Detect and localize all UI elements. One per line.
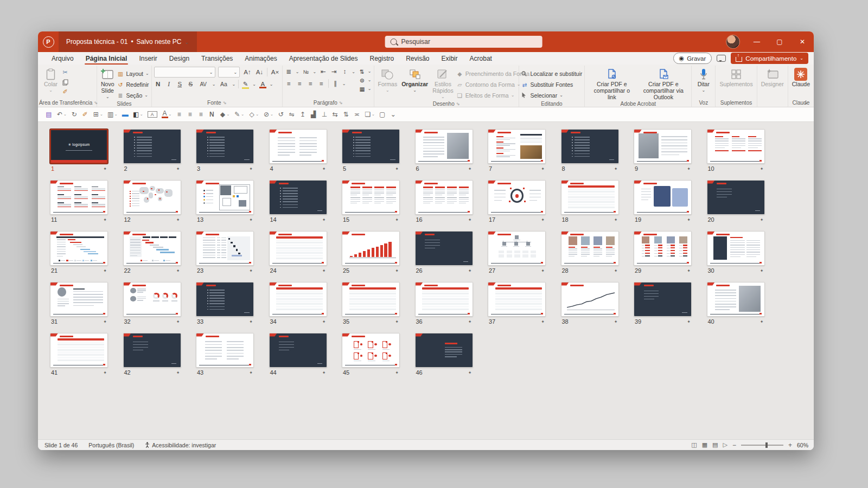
slide-thumbnail[interactable] [123, 231, 181, 266]
tab-registro[interactable]: Registro [363, 52, 400, 65]
merge-shapes-icon[interactable]: ⊘⌄ [262, 111, 275, 118]
layout-icon[interactable]: ▥⌄ [106, 111, 119, 118]
line-spacing-icon[interactable]: ↕ [341, 68, 349, 75]
slide-sorter-view-button[interactable]: ▦ [702, 441, 707, 448]
copy-icon[interactable] [60, 78, 70, 87]
dialog-launcher-icon[interactable]: ⇘ [223, 100, 227, 105]
font-color-icon[interactable]: A⌄ [161, 111, 173, 118]
slide-thumbnail[interactable] [707, 129, 765, 164]
slide-thumbnail[interactable] [634, 129, 692, 164]
align-left-icon[interactable]: ≡ [175, 111, 183, 118]
section-button[interactable]: ≣Seção⌄ [117, 90, 149, 100]
align-center-icon[interactable]: ≡ [296, 80, 304, 87]
addins-button[interactable]: Suplementos [718, 66, 754, 88]
cut-icon[interactable]: ✂ [60, 68, 70, 77]
slide-thumbnail[interactable] [707, 231, 765, 266]
create-pdf-outlook-button[interactable]: Criar PDF e compartilhar via Outlook [637, 66, 689, 100]
arrange-button[interactable]: Organizar ⌄ [400, 66, 430, 93]
slide-thumbnail[interactable] [561, 129, 619, 164]
align-bottom-icon[interactable]: ⊥ [320, 111, 329, 118]
change-case-button[interactable]: Aa [218, 81, 229, 87]
slide-thumbnail[interactable] [123, 333, 181, 368]
slide-thumbnail[interactable] [196, 333, 254, 368]
tab-inserir[interactable]: Inserir [133, 52, 163, 65]
shape-effects-icon[interactable]: ❏⌄ [363, 111, 376, 118]
slide-thumbnail[interactable] [342, 231, 400, 266]
slide-thumbnail[interactable] [488, 231, 546, 266]
slide-thumbnail[interactable] [269, 333, 327, 368]
convert-smartart-button[interactable]: ▦⌄ [359, 85, 372, 93]
slideshow-button[interactable]: ▷ [723, 441, 727, 448]
bring-forward-icon[interactable]: ↥ [298, 111, 307, 118]
shrink-font-icon[interactable]: A↓ [255, 69, 265, 75]
claude-button[interactable]: Claude [790, 66, 812, 88]
numbering-button[interactable]: № [302, 69, 310, 75]
select-button[interactable]: Selecionar⌄ [521, 90, 583, 100]
slide-thumbnail[interactable] [50, 333, 108, 368]
paste-button[interactable]: Colar ⌄ [42, 66, 59, 93]
dialog-launcher-icon[interactable]: ⇘ [339, 100, 343, 105]
user-avatar[interactable] [726, 35, 740, 49]
align-right-icon[interactable]: ≡ [307, 80, 315, 87]
slide-thumbnail[interactable]: ✳ logoipsum [50, 129, 108, 164]
grow-font-icon[interactable]: A↑ [242, 69, 252, 75]
tab-design[interactable]: Design [163, 52, 195, 65]
indent-increase-icon[interactable]: ⇥ [330, 68, 338, 75]
underline-button[interactable]: S [176, 81, 184, 87]
italic-button[interactable]: I [165, 81, 173, 87]
layout-button[interactable]: ▥Layout⌄ [117, 68, 149, 79]
slide-thumbnail[interactable] [415, 180, 473, 215]
slide-size-icon[interactable]: ▬ [121, 111, 130, 118]
align-text-button[interactable]: ⊜⌄ [359, 76, 372, 84]
justify-icon[interactable]: ≡ [317, 80, 326, 87]
slide-thumbnail[interactable] [634, 231, 692, 266]
zoom-level[interactable]: 60% [797, 442, 808, 448]
bold-icon[interactable]: N [207, 111, 216, 118]
shapes-button[interactable]: Formas ⌄ [376, 66, 399, 93]
redo-icon[interactable]: ↻ [70, 111, 79, 118]
designer-button[interactable]: Designer [760, 66, 786, 88]
slide-thumbnail[interactable] [342, 180, 400, 215]
tab-revisao[interactable]: Revisão [400, 52, 435, 65]
slide-thumbnail[interactable] [269, 282, 327, 317]
undo-icon[interactable]: ↶⌄ [55, 111, 68, 118]
slide-thumbnail[interactable] [561, 282, 619, 317]
new-slide-button[interactable]: Novo Slide ⌄ [99, 66, 116, 99]
slide-thumbnail[interactable] [561, 231, 619, 266]
tab-animacoes[interactable]: Animações [239, 52, 283, 65]
highlight-color-button[interactable]: ✎ [241, 80, 250, 88]
distribute-horizontal-icon[interactable]: ⇆ [331, 111, 340, 118]
slide-thumbnail[interactable] [196, 129, 254, 164]
shapes-icon[interactable]: ◇⌄ [247, 111, 260, 118]
new-slide-icon[interactable]: ⊞⌄ [92, 111, 104, 118]
slide-thumbnail[interactable] [415, 282, 473, 317]
slide-thumbnail[interactable] [488, 129, 546, 164]
record-button[interactable]: ◉ Gravar [673, 53, 712, 64]
columns-icon[interactable]: ∥ [331, 80, 340, 87]
font-size-select[interactable]: ⌄ [218, 67, 240, 78]
slide-thumbnail[interactable] [342, 129, 400, 164]
save-icon[interactable]: ▤ [44, 111, 53, 118]
maximize-button[interactable]: ▢ [768, 31, 791, 52]
font-color-button[interactable]: A [259, 81, 267, 87]
text-direction-button[interactable]: ⇅⌄ [359, 67, 372, 75]
minimize-button[interactable]: — [745, 31, 768, 52]
slide-thumbnail[interactable] [123, 282, 181, 317]
slide-thumbnail[interactable] [50, 180, 108, 215]
character-spacing-button[interactable]: AV [197, 81, 209, 87]
quick-styles-button[interactable]: Estilos Rápidos ⌄ [431, 66, 455, 99]
zoom-slider-knob[interactable] [765, 442, 768, 448]
slide-thumbnail[interactable] [561, 180, 619, 215]
dialog-launcher-icon[interactable]: ⇘ [456, 101, 460, 106]
slide-thumbnail[interactable] [634, 180, 692, 215]
create-pdf-link-button[interactable]: Criar PDF e compartilhar o link [587, 66, 636, 100]
slide-thumbnail[interactable] [415, 231, 473, 266]
close-button[interactable]: ✕ [791, 31, 814, 52]
zoom-slider[interactable] [741, 445, 783, 446]
reading-view-button[interactable]: ▤ [712, 441, 718, 448]
tab-pagina-inicial[interactable]: Página Inicial [80, 52, 133, 65]
slide-thumbnail[interactable] [342, 282, 400, 317]
slide-thumbnail[interactable] [196, 231, 254, 266]
slide-thumbnail[interactable] [196, 282, 254, 317]
accessibility-status[interactable]: Acessibilidade: investigar [145, 442, 216, 448]
